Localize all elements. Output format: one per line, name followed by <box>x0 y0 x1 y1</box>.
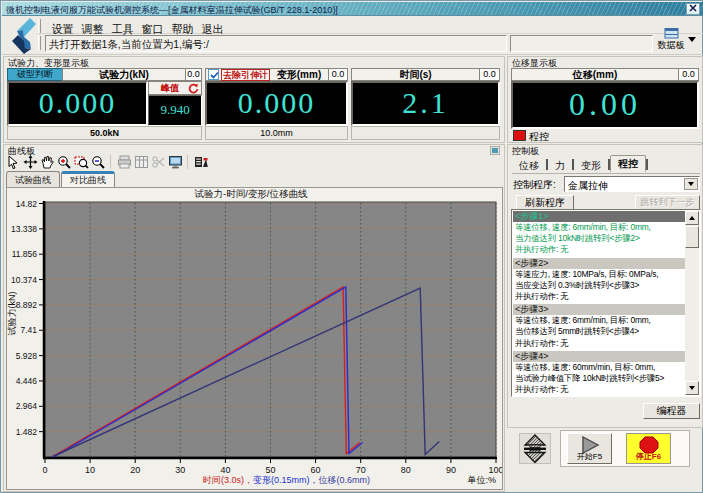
step-line: 等速位移, 速度: 60mm/min, 目标: 0mm, <box>513 362 685 373</box>
remove-extensometer-toggle[interactable]: 去除引伸计 <box>221 69 270 81</box>
panel-corner-icon[interactable] <box>490 146 500 155</box>
y-tick-label: 4.446 <box>16 376 38 386</box>
extensometer-checkbox[interactable] <box>208 69 219 80</box>
start-button-label: 开始F5 <box>568 451 611 462</box>
zoom-window-icon[interactable] <box>74 155 90 170</box>
step-line: 并执行动作: 无 <box>513 384 685 395</box>
step-header[interactable]: <步骤1> <box>513 211 685 222</box>
chart-ylabel: 试验力(kN) <box>7 292 17 336</box>
step-header[interactable]: <步骤4> <box>513 351 685 362</box>
combobox-dropdown-button[interactable] <box>684 178 698 190</box>
program-step[interactable]: <步骤3>等速位移, 速度: 6mm/min, 目标: 0mm,当位移达到 5m… <box>513 304 685 349</box>
programmer-button[interactable]: 编程器 <box>643 403 700 419</box>
curve-panel: 曲线板 试验曲线对比曲线 1.4822.9644.4465.9287.418.8… <box>3 144 505 492</box>
disp-aux-value: 0.0 <box>678 68 699 81</box>
screen-icon[interactable] <box>168 155 184 170</box>
program-combobox-value: 金属拉伸 <box>568 179 608 193</box>
curve-tab-对比曲线[interactable]: 对比曲线 <box>61 171 115 187</box>
scroll-up-button[interactable] <box>685 211 699 225</box>
toolbar-separator-line <box>2 54 703 55</box>
refresh-program-button[interactable]: 刷新程序 <box>516 195 574 210</box>
jump-next-step-button[interactable]: 跳转到下一步 <box>635 195 700 210</box>
break-detect-button[interactable]: 破型判断 <box>7 68 63 81</box>
y-tick-label: 7.41 <box>20 325 37 335</box>
print-icon[interactable] <box>117 155 133 170</box>
deform-aux-value: 0.0 <box>328 68 348 81</box>
settings-icon[interactable] <box>194 155 210 170</box>
step-line: 当位移达到 5mm时跳转到<步骤4> <box>513 326 685 337</box>
data-panel-button[interactable]: 数据板 <box>656 28 686 53</box>
scroll-down-button[interactable] <box>685 381 699 395</box>
menu-bar: 设置调整工具窗口帮助退出 <box>37 17 703 34</box>
peak-label: 峰值 <box>161 83 179 93</box>
program-mode-indicator <box>513 130 526 141</box>
steps-scrollbar[interactable] <box>685 211 699 395</box>
deform-range: 10.0mm <box>205 126 348 140</box>
force-aux-value: 0.0 <box>185 68 202 81</box>
disp-lcd: 0.00 <box>511 81 699 129</box>
data-panel-icon <box>664 28 679 39</box>
curve-tab-试验曲线[interactable]: 试验曲线 <box>6 171 60 187</box>
step-header[interactable]: <步骤2> <box>513 258 685 269</box>
step-line: 当应变达到 0.3%时跳转到<步骤3> <box>513 280 685 291</box>
program-step[interactable]: <步骤1>等速位移, 速度: 6mm/min, 目标: 0mm,当力值达到 10… <box>513 211 685 256</box>
run-controls-box: 开始F5 停止F6 <box>560 430 690 467</box>
window-title: 微机控制电液伺服万能试验机测控系统—[金属材料室温拉伸试验(GB/T 228.1… <box>6 4 338 17</box>
y-tick-label: 8.892 <box>16 300 38 310</box>
force-range: 50.0kN <box>7 126 202 140</box>
peak-header: 峰值 <box>148 81 202 95</box>
program-steps-list[interactable]: <步骤1>等速位移, 速度: 6mm/min, 目标: 0mm,当力值达到 10… <box>511 209 701 397</box>
y-tick-label: 14.82 <box>16 199 38 209</box>
curve-tabs: 试验曲线对比曲线 <box>6 171 502 187</box>
step-line: 等速位移, 速度: 6mm/min, 目标: 0mm, <box>513 222 685 233</box>
y-tick-label: 1.482 <box>16 427 38 437</box>
control-tab-程控[interactable]: 程控 <box>610 155 646 172</box>
status-grip <box>38 36 41 50</box>
force-lcd: 0.000 <box>7 81 148 126</box>
zoom-out-icon[interactable] <box>91 155 107 170</box>
force-display-panel: 试验力、变形显示板 破型判断 试验力(kN) 0.0 0.000 峰值 9.94… <box>3 56 505 143</box>
pan-icon[interactable] <box>23 155 39 170</box>
stop-button[interactable]: 停止F6 <box>626 433 671 464</box>
time-aux-value: 0.0 <box>479 68 500 81</box>
data-panel-dropdown[interactable] <box>688 37 698 45</box>
disp-header: 位移(mm) <box>511 68 679 81</box>
report-icon[interactable] <box>134 155 150 170</box>
app-logo-icon <box>9 18 39 54</box>
control-tab-变形[interactable]: 变形 <box>574 156 608 173</box>
data-panel-label: 数据板 <box>658 40 685 50</box>
title-bar: 微机控制电液伺服万能试验机测控系统—[金属材料室温拉伸试验(GB/T 228.1… <box>2 2 703 16</box>
time-lcd: 2.1 <box>351 81 500 126</box>
control-tab-力[interactable]: 力 <box>548 156 572 173</box>
displacement-display-panel: 位移显示板 位移(mm) 0.0 0.00 程控 <box>507 56 703 143</box>
force-header: 试验力(kN) <box>62 68 186 81</box>
peak-reset-icon[interactable] <box>188 83 199 94</box>
curve-toolbar <box>6 155 502 171</box>
y-tick-label: 13.338 <box>11 224 37 234</box>
scroll-thumb[interactable] <box>685 226 699 248</box>
start-button[interactable]: 开始F5 <box>567 433 612 464</box>
program-step[interactable]: <步骤4>等速位移, 速度: 60mm/min, 目标: 0mm,当试验力峰值下… <box>513 351 685 396</box>
step-line: 并执行动作: 无 <box>513 291 685 302</box>
x-tick-label: 80 <box>401 465 411 475</box>
copy-icon[interactable] <box>151 155 167 170</box>
deform-lcd: 0.000 <box>205 81 348 126</box>
close-button[interactable] <box>686 3 700 15</box>
chart-svg: 1.4822.9644.4465.9287.418.89210.37411.85… <box>7 188 502 489</box>
status-bar: 共打开数据1条,当前位置为1,编号:/ 数据板 <box>37 34 703 54</box>
close-icon <box>689 4 697 12</box>
step-line: 等速位移, 速度: 6mm/min, 目标: 0mm, <box>513 315 685 326</box>
y-tick-label: 11.856 <box>12 249 38 259</box>
program-select-label: 控制程序: <box>513 178 556 192</box>
program-combobox[interactable]: 金属拉伸 <box>564 176 700 192</box>
pointer-icon[interactable] <box>6 155 22 170</box>
status-secondary <box>510 35 653 52</box>
step-header[interactable]: <步骤3> <box>513 304 685 315</box>
toolbar-separator <box>110 155 115 169</box>
hand-icon[interactable] <box>40 155 56 170</box>
zoom-in-icon[interactable] <box>57 155 73 170</box>
program-step[interactable]: <步骤2>等速应力, 速度: 10MPa/s, 目标: 0MPa/s,当应变达到… <box>513 258 685 303</box>
control-tab-位移[interactable]: 位移 <box>512 156 546 173</box>
control-panel: 控制板 位移力变形程控 控制程序: 金属拉伸 刷新程序 跳转到下一步 <步骤1>… <box>507 144 703 428</box>
jog-updown-button[interactable] <box>519 433 551 464</box>
